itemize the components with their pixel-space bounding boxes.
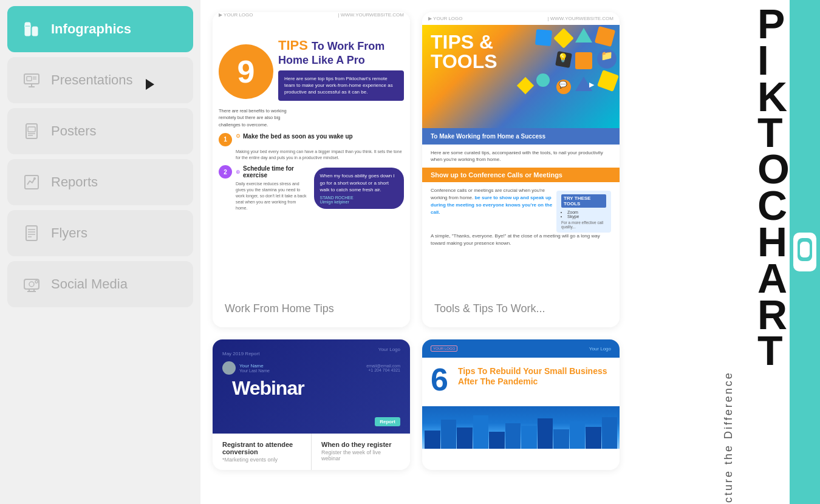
shape-yellow-diamond-2 (517, 77, 534, 94)
tools-tool1: Zoom (567, 210, 606, 214)
webinar-name-block: Your Name Your Last Name (239, 363, 270, 373)
shape-orange-2 (575, 52, 592, 69)
webinar-top-bar: May 2019 Report Your Logo (222, 347, 400, 358)
wfh-title-block: TIPS To Work From Home Like A Pro Here a… (278, 38, 404, 101)
webinar-stat2: When do they register Register the week … (312, 434, 410, 470)
card-thumbnail-wfh: ▶ YOUR LOGO | WWW.YOURWEBSITE.COM 9 TIPS… (213, 12, 410, 291)
webinar-stat2-title: When do they register (321, 441, 400, 448)
tools-section-title: Show up to Conference Calls or Meetings (431, 171, 562, 179)
sidebar-item-reports[interactable]: Reports (7, 159, 193, 205)
rebuild-number: 6 (431, 364, 448, 395)
tools-website: | WWW.YOURWEBSITE.COM (547, 16, 613, 21)
wfh-quote: When my focus ability goes down I go for… (314, 168, 405, 209)
wfh-tips-label: TIPS (278, 38, 312, 53)
svg-rect-15 (26, 226, 37, 240)
infographic-wfh: ▶ YOUR LOGO | WWW.YOURWEBSITE.COM 9 TIPS… (213, 12, 410, 291)
sidebar-item-label-reports: Reports (51, 174, 98, 190)
rebuild-bottom-text: The COVID-19 outbreak has wreaked financ… (422, 449, 620, 455)
teal-logo-svg (791, 231, 818, 273)
wfh-step2-header: 2 ⊕ Schedule time for exercise (219, 165, 309, 179)
wfh-intro-text: There are real benefits to working remot… (219, 107, 294, 128)
wfh-step1-header: 1 ⚙ Make the bed as soon as you wake up (219, 133, 404, 146)
teal-logo (790, 0, 820, 504)
webinar-stat1: Registrant to attendee conversion *Marke… (213, 434, 312, 470)
building-6 (505, 423, 521, 449)
card-tools[interactable]: ▶ YOUR LOGO | WWW.YOURWEBSITE.COM TIPS &… (422, 12, 620, 327)
card-rebuild[interactable]: YOUR LOGO Your Logo 6 Tips To Rebuild Yo… (422, 339, 620, 470)
webinar-name: Your Name (239, 363, 270, 369)
wfh-quote-text: When my focus ability goes down I go for… (320, 172, 398, 193)
webinar-phone: +1 204 704 4321 (366, 368, 400, 372)
lightbulb-icon: 💡 (555, 53, 570, 63)
sidebar-item-infographics[interactable]: Infographics (7, 6, 193, 52)
wfh-step2-num: 2 (219, 165, 232, 179)
card-wfh[interactable]: ▶ YOUR LOGO | WWW.YOURWEBSITE.COM 9 TIPS… (213, 12, 410, 327)
shape-orange-1 (595, 26, 615, 47)
building-11 (586, 427, 601, 449)
play-icon: ▶ (589, 81, 594, 89)
shape-yellow-diamond (553, 28, 574, 49)
rebuild-body: 6 Tips To Rebuild Your Small Business Af… (422, 358, 620, 406)
building-7 (521, 426, 537, 449)
webinar-email: email@email.com (366, 364, 400, 368)
tools-header: ▶ YOUR LOGO | WWW.YOURWEBSITE.COM (422, 12, 620, 25)
sidebar-item-social-media[interactable]: Social Media (7, 261, 193, 307)
card-thumbnail-webinar: May 2019 Report Your Logo Your Name Your… (213, 339, 410, 434)
card-label-wfh: Work From Home Tips (213, 291, 410, 327)
building-5 (489, 432, 505, 449)
svg-rect-10 (28, 127, 35, 132)
rebuild-logo-area: YOUR LOGO (431, 346, 457, 352)
svg-rect-6 (27, 77, 32, 81)
rebuild-title-row: 6 Tips To Rebuild Your Small Business Af… (431, 364, 611, 395)
posters-icon (22, 121, 41, 141)
chat-icon: 💬 (556, 81, 570, 89)
webinar-year-label: May 2019 Report (222, 347, 259, 358)
card-label-tools: Tools & Tips To Work... (422, 291, 620, 327)
card-webinar[interactable]: May 2019 Report Your Logo Your Name Your… (213, 339, 410, 470)
rebuild-city-img (422, 406, 620, 449)
rebuild-your-logo: Your Logo (589, 346, 611, 352)
branding-tagline: Picture the Difference (722, 12, 735, 504)
rebuild-thumb: YOUR LOGO Your Logo 6 Tips To Rebuild Yo… (422, 339, 620, 455)
card-thumbnail-rebuild: YOUR LOGO Your Logo 6 Tips To Rebuild Yo… (422, 339, 620, 455)
building-1 (425, 431, 440, 449)
wfh-step2-left: 2 ⊕ Schedule time for exercise Daily exe… (219, 165, 309, 211)
webinar-lastname: Your Last Name (239, 369, 270, 373)
tools-try-list: Zoom Skype (561, 210, 606, 219)
infographics-icon (22, 19, 41, 39)
building-2 (441, 420, 457, 449)
webinar-title-row: Webinar (222, 377, 400, 400)
wfh-right-col (299, 107, 404, 128)
sidebar-item-flyers[interactable]: Flyers (7, 210, 193, 256)
sidebar-item-posters[interactable]: Posters (7, 108, 193, 154)
wfh-step2-title: Schedule time for exercise (243, 165, 309, 179)
presentations-icon (22, 70, 41, 90)
svg-point-14 (33, 177, 36, 180)
svg-rect-1 (32, 27, 38, 36)
wfh-number: 9 (219, 44, 273, 99)
wfh-logo: ▶ YOUR LOGO (219, 12, 253, 18)
shape-blue-square (535, 29, 552, 46)
tools-try-title: TRY THESE TOOLS (561, 194, 606, 208)
rebuild-body-text: The COVID-19 outbreak has wreaked financ… (431, 454, 535, 455)
wfh-two-col: There are real benefits to working remot… (213, 105, 410, 131)
tools-content2: A simple, "Thanks, everyone. Bye!" at th… (431, 233, 611, 247)
webinar-avatar (222, 361, 236, 375)
webinar-logo: Your Logo (378, 347, 400, 352)
tools-subtitle: To Make Working from Home a Success (431, 133, 545, 140)
tools-section-content: TRY THESE TOOLS Zoom Skype For a more ef… (422, 182, 620, 252)
cards-grid: ▶ YOUR LOGO | WWW.YOURWEBSITE.COM 9 TIPS… (213, 12, 620, 470)
wfh-left-col: There are real benefits to working remot… (219, 107, 294, 128)
sidebar-item-presentations[interactable]: Presentations (7, 57, 193, 103)
sidebar: Infographics Presentations (0, 0, 200, 504)
tools-subtitle-bar: To Make Working from Home a Success (422, 128, 620, 145)
flyers-icon (22, 223, 41, 243)
webinar-report-badge: Report (375, 417, 400, 426)
svg-point-25 (35, 281, 38, 283)
tools-intro: Here are some curated tips, accompanied … (422, 145, 620, 168)
card-webinar-stats: Registrant to attendee conversion *Marke… (213, 434, 410, 470)
sidebar-item-label-social-media: Social Media (51, 276, 128, 292)
webinar-stat2-sub: Register the week of live webinar (321, 449, 400, 461)
webinar-stat1-sub: *Marketing events only (222, 457, 301, 463)
tools-section-bar: Show up to Conference Calls or Meetings (422, 168, 620, 182)
